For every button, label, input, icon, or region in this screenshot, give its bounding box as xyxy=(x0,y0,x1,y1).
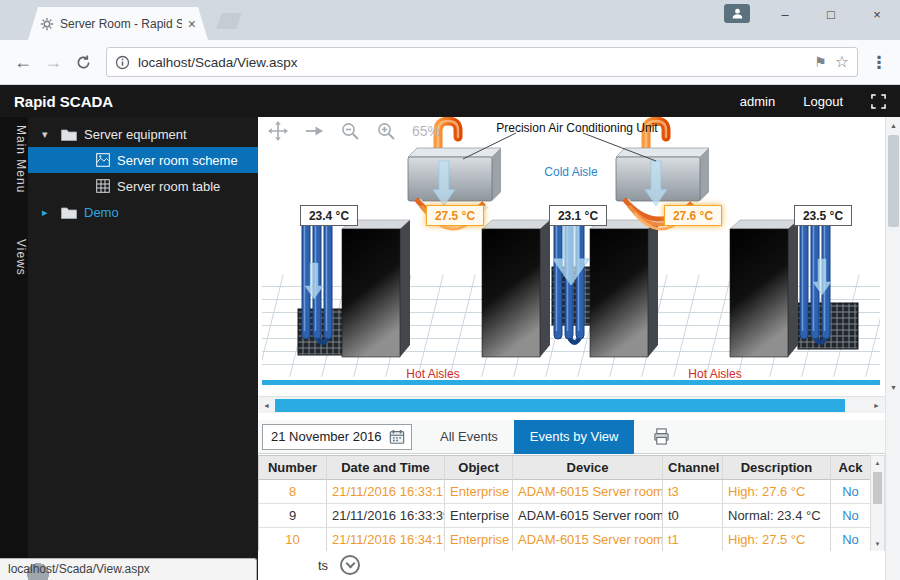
bookmark-star-icon[interactable]: ☆ xyxy=(835,54,849,70)
zoom-in-icon[interactable] xyxy=(376,121,396,141)
scheme-icon xyxy=(96,153,110,167)
event-row[interactable]: 8 21/11/2016 16:33:17 Enterprise ADAM-60… xyxy=(259,480,870,504)
server-room-scheme-graphic xyxy=(258,117,885,396)
event-object: Enterprise xyxy=(445,504,513,528)
pan-tool-icon[interactable] xyxy=(268,121,288,141)
logout-link[interactable]: Logout xyxy=(803,94,843,109)
tab-events-by-view[interactable]: Events by View xyxy=(514,420,635,454)
print-button[interactable] xyxy=(646,428,676,445)
tree-item-label: Server room table xyxy=(117,179,220,194)
tree-item-demo[interactable]: ▸ Demo xyxy=(28,199,258,225)
footer-label-fragment: ts xyxy=(318,558,328,573)
event-description: High: 27.6 °C xyxy=(723,480,831,504)
flag-icon[interactable]: ⚑ xyxy=(814,55,827,69)
zoom-out-icon[interactable] xyxy=(340,121,360,141)
collapse-events-button[interactable] xyxy=(340,555,360,575)
status-link-tooltip: localhost/Scada/View.aspx xyxy=(0,558,257,580)
user-label: admin xyxy=(740,94,775,109)
event-channel: t0 xyxy=(663,504,723,528)
col-channel: Channel xyxy=(663,456,723,480)
temp-readout-t3: 27.6 °C xyxy=(664,205,722,226)
col-description: Description xyxy=(723,456,831,480)
event-ack-link[interactable]: No xyxy=(831,504,871,528)
scheme-viewport: 65% xyxy=(258,117,885,396)
date-picker[interactable]: 21 November 2016 xyxy=(262,424,412,450)
col-date-and-time: Date and Time xyxy=(327,456,445,480)
tree-item-server-room-scheme[interactable]: Server room scheme xyxy=(28,147,258,173)
status-link-text: localhost/Scada/View.aspx xyxy=(8,562,150,576)
tree-item-server-equipment[interactable]: ▾ Server equipment xyxy=(28,121,258,147)
date-value: 21 November 2016 xyxy=(271,429,389,444)
tab-title: Server Room - Rapid SCA xyxy=(60,17,182,31)
tab-all-events[interactable]: All Events xyxy=(424,420,514,454)
col-ack: Ack xyxy=(831,456,871,480)
tab-close-icon[interactable]: × xyxy=(188,17,196,31)
chevron-down-icon[interactable]: ▾ xyxy=(42,128,54,141)
reload-icon[interactable] xyxy=(68,54,98,71)
temp-readout-t2: 23.1 °C xyxy=(549,205,607,226)
events-table-scrollbar: ▲ ▼ xyxy=(870,455,885,552)
fullscreen-icon[interactable] xyxy=(871,94,886,109)
minimize-button[interactable]: – xyxy=(762,0,808,28)
scroll-up-icon[interactable]: ▲ xyxy=(871,456,884,470)
chevron-right-icon[interactable]: ▸ xyxy=(42,206,54,219)
events-scroll-thumb[interactable] xyxy=(873,472,882,504)
sidebar-tab-views[interactable]: Views xyxy=(0,239,28,276)
forward-icon[interactable]: → xyxy=(38,52,68,73)
event-object: Enterprise xyxy=(445,528,513,552)
event-row[interactable]: 10 21/11/2016 16:34:17 Enterprise ADAM-6… xyxy=(259,528,870,552)
horizontal-scroll-thumb[interactable] xyxy=(275,399,845,412)
event-device: ADAM-6015 Server room xyxy=(513,528,663,552)
sidebar-tab-main-menu[interactable]: Main Menu xyxy=(0,125,28,193)
arrow-tool-icon[interactable] xyxy=(304,121,324,141)
profile-button[interactable] xyxy=(724,4,750,23)
temp-readout-t0: 23.4 °C xyxy=(300,205,358,226)
new-tab-button[interactable] xyxy=(216,13,242,29)
scroll-left-icon[interactable]: ◄ xyxy=(258,397,275,414)
url-text[interactable]: localhost/Scada/View.aspx xyxy=(138,55,806,70)
temp-readout-t1: 27.5 °C xyxy=(426,205,484,226)
browser-tab[interactable]: Server Room - Rapid SCA × xyxy=(28,7,208,40)
tree-item-label: Server room scheme xyxy=(117,153,238,168)
event-datetime: 21/11/2016 16:33:39 xyxy=(327,504,445,528)
event-number: 10 xyxy=(259,528,327,552)
event-number: 9 xyxy=(259,504,327,528)
tree-item-server-room-table[interactable]: Server room table xyxy=(28,173,258,199)
temp-readout-t4: 23.5 °C xyxy=(794,205,852,226)
col-number: Number xyxy=(259,456,327,480)
hot-aisles-label: Hot Aisles xyxy=(388,367,478,381)
hot-aisles-label: Hot Aisles xyxy=(670,367,760,381)
event-row[interactable]: 9 21/11/2016 16:33:39 Enterprise ADAM-60… xyxy=(259,504,870,528)
scroll-up-icon[interactable]: ▲ xyxy=(886,117,900,133)
views-tree: ▾ Server equipment Server room scheme xyxy=(28,117,258,580)
browser-menu-icon[interactable]: ⋮ xyxy=(866,52,892,73)
scroll-down-icon[interactable]: ▼ xyxy=(886,379,900,395)
scheme-title: Precision Air Conditioning Unit xyxy=(457,121,697,135)
scheme-horizontal-scrollbar: ◄ ► xyxy=(258,396,885,413)
back-icon[interactable]: ← xyxy=(8,52,38,73)
info-icon[interactable] xyxy=(115,55,130,70)
col-device: Device xyxy=(513,456,663,480)
event-device: ADAM-6015 Server room xyxy=(513,480,663,504)
event-ack-link[interactable]: No xyxy=(831,528,871,552)
main-content: 65% xyxy=(258,117,885,580)
maximize-button[interactable]: □ xyxy=(808,0,854,28)
app-brand: Rapid SCADA xyxy=(14,93,113,110)
event-description: Normal: 23.4 °C xyxy=(723,504,831,528)
chevron-down-icon xyxy=(345,559,355,569)
scroll-down-icon[interactable]: ▼ xyxy=(871,537,884,551)
scheme-toolbar: 65% xyxy=(268,121,440,141)
left-tab-strip: Main Menu Views xyxy=(0,117,28,580)
close-button[interactable]: × xyxy=(854,0,900,28)
address-bar[interactable]: localhost/Scada/View.aspx ⚑ ☆ xyxy=(106,47,858,77)
calendar-icon[interactable] xyxy=(389,429,405,445)
events-table-header: Number Date and Time Object Device Chann… xyxy=(259,456,870,480)
event-ack-link[interactable]: No xyxy=(831,480,871,504)
browser-toolbar: ← → localhost/Scada/View.aspx ⚑ ☆ ⋮ xyxy=(0,40,900,85)
event-description: High: 27.5 °C xyxy=(723,528,831,552)
scheme-vertical-scrollbar: ▲ ▼ xyxy=(885,117,900,580)
event-device: ADAM-6015 Server room xyxy=(513,504,663,528)
scroll-right-icon[interactable]: ► xyxy=(868,397,885,414)
events-toolbar: 21 November 2016 All Events Events by Vi… xyxy=(258,420,885,454)
vertical-scroll-thumb[interactable] xyxy=(888,135,899,227)
